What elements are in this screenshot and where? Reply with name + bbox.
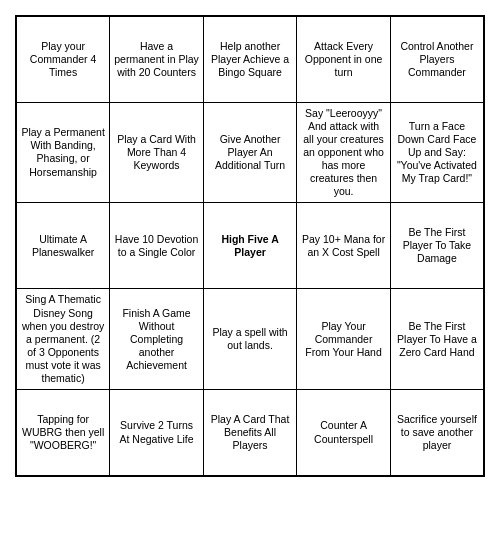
cell-r3-c3: Play Your Commander From Your Hand <box>297 289 391 390</box>
cell-r0-c1: Have a permanent in Play with 20 Counter… <box>110 16 204 102</box>
cell-r4-c2: Play A Card That Benefits All Players <box>203 390 296 476</box>
cell-r2-c2: High Five A Player <box>203 203 296 289</box>
bingo-header <box>15 0 485 15</box>
cell-r0-c0: Play your Commander 4 Times <box>16 16 110 102</box>
cell-r4-c4: Sacrifice yourself to save another playe… <box>390 390 484 476</box>
cell-r0-c4: Control Another Players Commander <box>390 16 484 102</box>
cell-r2-c4: Be The First Player To Take Damage <box>390 203 484 289</box>
cell-r4-c1: Survive 2 Turns At Negative Life <box>110 390 204 476</box>
cell-r1-c1: Play a Card With More Than 4 Keywords <box>110 102 204 203</box>
cell-r0-c2: Help another Player Achieve a Bingo Squa… <box>203 16 296 102</box>
bingo-grid: Play your Commander 4 TimesHave a perman… <box>15 15 485 477</box>
cell-r4-c0: Tapping for WUBRG then yell "WOOBERG!" <box>16 390 110 476</box>
cell-r1-c4: Turn a Face Down Card Face Up and Say: "… <box>390 102 484 203</box>
cell-r2-c1: Have 10 Devotion to a Single Color <box>110 203 204 289</box>
cell-r3-c1: Finish A Game Without Completing another… <box>110 289 204 390</box>
cell-r2-c0: Ultimate A Planeswalker <box>16 203 110 289</box>
cell-r3-c0: Sing A Thematic Disney Song when you des… <box>16 289 110 390</box>
cell-r1-c2: Give Another Player An Additional Turn <box>203 102 296 203</box>
cell-r1-c0: Play a Permanent With Banding, Phasing, … <box>16 102 110 203</box>
cell-r1-c3: Say "Leerooyyy" And attack with all your… <box>297 102 391 203</box>
cell-r3-c4: Be The First Player To Have a Zero Card … <box>390 289 484 390</box>
cell-r4-c3: Counter A Counterspell <box>297 390 391 476</box>
cell-r3-c2: Play a spell with out lands. <box>203 289 296 390</box>
cell-r0-c3: Attack Every Opponent in one turn <box>297 16 391 102</box>
cell-r2-c3: Pay 10+ Mana for an X Cost Spell <box>297 203 391 289</box>
